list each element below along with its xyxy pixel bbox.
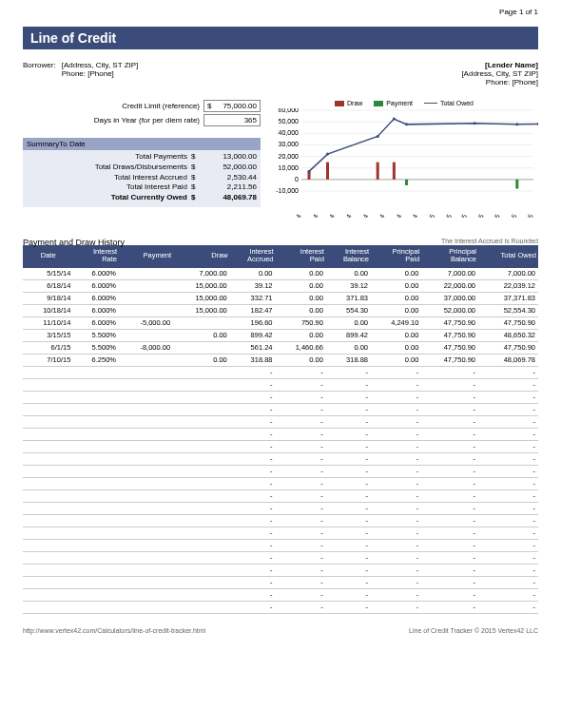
table-header: Payment	[119, 245, 173, 267]
svg-point-39	[326, 153, 329, 156]
svg-point-45	[537, 123, 538, 125]
table-row: ------	[23, 366, 538, 378]
title-bar: Line of Credit	[23, 27, 538, 49]
svg-text:0: 0	[295, 176, 299, 182]
table-row: ------	[23, 502, 538, 514]
svg-text:12/1/14: 12/1/14	[402, 213, 419, 218]
svg-text:10,000: 10,000	[279, 164, 300, 171]
days-label: Days in Year (for per diem rate)	[23, 116, 200, 125]
table-header: InterestAccrued	[230, 245, 276, 267]
svg-text:7/1/15: 7/1/15	[519, 213, 534, 218]
borrower-phone: Phone: [Phone]	[62, 69, 139, 78]
table-row: ------	[23, 415, 538, 428]
table-header: Draw	[173, 245, 230, 267]
table-row: ------	[23, 489, 538, 502]
page-number: Page 1 of 1	[499, 8, 538, 16]
table-row: ------	[23, 601, 538, 613]
footer-left: http://www.vertex42.com/Calculators/line…	[23, 627, 205, 634]
svg-point-43	[474, 122, 476, 125]
table-row: ------	[23, 564, 538, 576]
svg-text:1/1/15: 1/1/15	[420, 213, 435, 218]
table-header: InterestBalance	[326, 245, 371, 267]
svg-text:5/1/15: 5/1/15	[486, 213, 501, 218]
svg-text:30,000: 30,000	[279, 141, 300, 147]
table-row: 6/18/146.000%15,000.0039.120.0039.120.00…	[23, 279, 538, 292]
svg-text:-10,000: -10,000	[276, 187, 299, 194]
table-row: ------	[23, 576, 538, 588]
table-row: ------	[23, 452, 538, 465]
svg-point-44	[515, 123, 518, 125]
svg-text:6/1/14: 6/1/14	[304, 213, 319, 218]
table-row: ------	[23, 539, 538, 551]
borrower-label: Borrower:	[23, 61, 56, 86]
table-row: ------	[23, 440, 538, 452]
svg-text:6/1/15: 6/1/15	[503, 213, 518, 218]
borrower-block: Borrower: [Address, City, ST ZIP] Phone:…	[23, 61, 138, 86]
table-row: ------	[23, 477, 538, 489]
table-row: 10/18/146.000%15,000.00182.470.00554.300…	[23, 304, 538, 316]
table-row: 3/15/155.500%0.00899.420.00899.420.0047,…	[23, 329, 538, 341]
credit-limit-value[interactable]: $ 75,000.00	[203, 100, 261, 112]
table-header: InterestPaid	[276, 245, 326, 267]
lender-block: [Lender Name] [Address, City, ST ZIP] Ph…	[461, 61, 538, 86]
svg-point-38	[308, 170, 311, 173]
svg-text:50,000: 50,000	[279, 118, 300, 125]
table-row: ------	[23, 465, 538, 477]
svg-point-41	[393, 118, 396, 121]
svg-text:60,000: 60,000	[279, 108, 300, 113]
svg-rect-36	[405, 180, 408, 185]
credit-limit-label: Credit Limit (reference)	[23, 102, 200, 110]
svg-text:7/1/14: 7/1/14	[320, 213, 336, 218]
svg-text:4/1/15: 4/1/15	[470, 213, 485, 218]
table-row: 11/10/146.000%-5,000.00196.60750.900.004…	[23, 316, 538, 329]
table-row: 5/15/146.000%7,000.000.000.000.000.007,0…	[23, 267, 538, 279]
svg-text:3/1/15: 3/1/15	[453, 213, 468, 218]
history-table: DateInterestRatePaymentDrawInterestAccru…	[23, 245, 538, 614]
svg-text:9/1/14: 9/1/14	[355, 213, 370, 218]
svg-text:5/1/14: 5/1/14	[287, 213, 302, 218]
table-row: ------	[23, 391, 538, 403]
table-header: PrincipalBalance	[421, 245, 478, 267]
table-row: 9/18/146.000%15,000.00332.710.00371.830.…	[23, 292, 538, 304]
table-row: ------	[23, 428, 538, 440]
footer-right: Line of Credit Tracker © 2015 Vertex42 L…	[409, 627, 538, 634]
svg-text:2/1/15: 2/1/15	[437, 213, 453, 218]
table-row: 7/10/156.250%0.00318.880.00318.880.0047,…	[23, 354, 538, 366]
svg-rect-33	[326, 163, 329, 180]
table-header: Date	[23, 245, 73, 267]
table-row: ------	[23, 527, 538, 539]
table-row: ------	[23, 514, 538, 527]
svg-text:11/1/14: 11/1/14	[386, 213, 403, 218]
svg-text:40,000: 40,000	[279, 129, 300, 136]
table-header: InterestRate	[73, 245, 119, 267]
svg-rect-34	[377, 163, 379, 180]
svg-text:20,000: 20,000	[279, 153, 300, 160]
svg-point-40	[377, 135, 379, 138]
svg-text:10/1/14: 10/1/14	[369, 213, 386, 218]
days-value[interactable]: 365	[203, 114, 261, 126]
lender-phone: Phone: [Phone]	[461, 78, 538, 86]
table-row: 6/1/155.500%-8,000.00561.241,460.660.000…	[23, 341, 538, 354]
borrower-address: [Address, City, ST ZIP]	[62, 61, 139, 69]
lender-name: [Lender Name]	[461, 61, 538, 69]
table-row: ------	[23, 403, 538, 415]
chart: Draw Payment Total Owed -10,000010,00020…	[270, 100, 538, 228]
chart-svg: -10,000010,00020,00030,00040,00050,00060…	[270, 108, 538, 218]
svg-rect-35	[393, 163, 396, 180]
table-row: ------	[23, 588, 538, 601]
table-row: ------	[23, 551, 538, 564]
summary-header: SummaryTo Date	[23, 138, 261, 150]
svg-text:8/1/14: 8/1/14	[338, 213, 353, 218]
summary-body: Total Payments$13,000.00Total Draws/Disb…	[23, 150, 261, 207]
svg-point-42	[405, 123, 408, 125]
svg-rect-37	[515, 180, 518, 189]
lender-address: [Address, City, ST ZIP]	[461, 69, 538, 78]
table-header: PrincipalPaid	[371, 245, 421, 267]
table-header: Total Owed	[478, 245, 538, 267]
table-row: ------	[23, 378, 538, 391]
chart-legend: Draw Payment Total Owed	[270, 100, 538, 106]
